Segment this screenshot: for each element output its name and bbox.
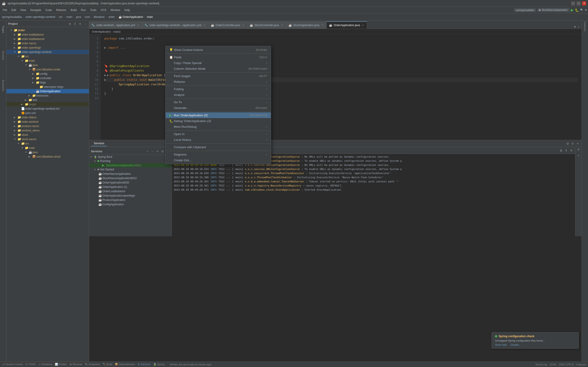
ctx-diagrams[interactable]: Diagrams › — [166, 152, 271, 157]
spaces-indicator[interactable]: 4 spaces — [576, 363, 586, 366]
tab-stockcontroller[interactable]: ☕ StockController.java ✕ — [247, 21, 286, 29]
minimize-button[interactable]: ─ — [571, 1, 575, 6]
tree-item-sentinel-demo[interactable]: ▶ 📁 sentinel_demo — [6, 128, 89, 133]
ctx-show-context[interactable]: 💡 Show Context Actions Alt+Enter — [166, 47, 271, 53]
toolbar-debug-btn[interactable]: 🐛 — [575, 8, 579, 12]
nav-item-main[interactable]: main — [66, 15, 72, 19]
ctx-debug[interactable]: 🐛 Debug 'OrderApplication (3)' — [166, 118, 271, 124]
tool-project-icon[interactable]: Project — [0, 22, 6, 38]
tree-item-test[interactable]: ▶ 📁 test — [6, 98, 89, 102]
svc-running-item[interactable]: ▼ Running — [89, 159, 172, 163]
profiler-btn[interactable]: 📊 Profiler — [55, 363, 67, 366]
tree-item-ribbon[interactable]: ▶ 📁 order-ribbon — [6, 115, 89, 119]
menu-code[interactable]: Code — [43, 8, 54, 12]
tree-item-java[interactable]: ▼ ☕ java — [6, 63, 89, 67]
ctx-create-gist[interactable]: Create Gist... — [166, 157, 271, 163]
spring-btn[interactable]: 🍃 Spring — [153, 363, 164, 366]
services-status-btn[interactable]: ⚙ Services — [138, 363, 150, 366]
menu-edit[interactable]: Edit — [9, 8, 18, 12]
project-toolbar-minimize[interactable]: ─ — [83, 22, 87, 26]
tree-item-resources[interactable]: ▶ 📁 resources — [6, 93, 89, 98]
tree-item-order-application[interactable]: ☕ OrderApplication — [6, 89, 89, 93]
svc-product[interactable]: ☕ ProductApplication — [89, 198, 172, 202]
close-button[interactable]: ✕ — [582, 1, 586, 6]
project-toolbar-btn1[interactable]: ⊞ — [68, 22, 72, 26]
nav-item-module[interactable]: order-openfeign-sentinel — [26, 15, 55, 19]
toolbar-settings-btn[interactable]: ⚙ — [585, 8, 587, 11]
ctx-find-usages[interactable]: Find Usages Alt+F7 — [166, 73, 271, 79]
console-scroll-btn[interactable]: ⬇ — [564, 148, 568, 152]
menu-run[interactable]: Run — [79, 8, 88, 12]
tab-close-btn2[interactable]: ✕ — [203, 24, 206, 27]
svc-orderapp1[interactable]: ☕ OrderApplication (1) — [89, 185, 172, 189]
tab-close-btn3[interactable]: ✕ — [242, 24, 245, 27]
tree-item-stock-java[interactable]: ▼ ☕ java — [6, 150, 89, 154]
tab-close-btn[interactable]: ✕ — [137, 24, 140, 27]
tab-close-btn5[interactable]: ✕ — [321, 24, 324, 27]
tab-orderapp[interactable]: ☕ OrderApplication.java ✕ — [327, 21, 367, 29]
menu-view[interactable]: View — [18, 8, 28, 12]
nav-item-order[interactable]: order — [108, 15, 115, 19]
dependencies-btn[interactable]: 📦 Dependencies — [115, 363, 135, 366]
tree-item-target[interactable]: ▶ 📁 target — [6, 102, 89, 106]
terminal-btn[interactable]: ⊞ Terminal — [69, 363, 82, 366]
console-settings-btn[interactable]: ⚙ — [569, 148, 573, 152]
svc-orderopenfeign[interactable]: ☕ OrderApplicationopenfeign — [89, 193, 172, 198]
maximize-button[interactable]: □ — [577, 1, 581, 6]
tab-stockapp[interactable]: ☕ StockApplication.java ✕ — [286, 21, 327, 29]
tree-item-stock-pkg[interactable]: ▶ 📦 com.itbluebox.stock — [6, 154, 89, 159]
ctx-generate[interactable]: Generate... Alt+Insert — [166, 105, 271, 111]
ctx-column-selection[interactable]: Column Selection Mode Alt+Shift+Insert — [166, 66, 271, 72]
bc-orderapp[interactable]: OrderApplication — [92, 30, 111, 33]
nav-item-springcloudaliba[interactable]: springcloudaliba — [2, 15, 22, 19]
menu-help[interactable]: Help — [122, 8, 132, 12]
ctx-analyze[interactable]: Analyze › — [166, 92, 271, 98]
tool-structure-icon[interactable]: Structure — [0, 47, 6, 63]
tree-item-feign[interactable]: ▶ 📁 feign — [6, 80, 89, 85]
menu-refactor[interactable]: Refactor — [54, 8, 68, 12]
svc-stocknacos-item[interactable]: ▶ StockNacosApplication :8021/ — [89, 163, 172, 167]
menu-file[interactable]: File — [1, 8, 9, 12]
tree-item-src[interactable]: ▼ 📁 src — [6, 54, 89, 58]
svc-add-btn[interactable]: + — [145, 149, 149, 153]
menu-tools[interactable]: Tools — [88, 8, 98, 12]
tree-item-loadbalance[interactable]: ▶ 📁 order-loadbalance — [6, 32, 89, 37]
run-config-selector[interactable]: ▶ StockNacosApplication — [537, 8, 569, 12]
ctx-folding[interactable]: Folding › — [166, 86, 271, 92]
tree-item-product[interactable]: ▶ 📁 product-nacos — [6, 124, 89, 128]
ctx-copy-paste-special[interactable]: Copy / Paste Special › — [166, 60, 271, 66]
project-toolbar-btn2[interactable]: ☰ — [73, 22, 77, 26]
tab-overflow-btn[interactable]: ▼ — [573, 25, 577, 29]
ctx-compare-clipboard[interactable]: Compare with Clipboard — [166, 144, 271, 150]
nav-item-java[interactable]: java — [76, 15, 81, 19]
svc-stocknacos8022[interactable]: ☕ StockNacosApplication8022 — [89, 176, 172, 180]
svc-remove-btn[interactable]: − — [150, 149, 155, 153]
ctx-more-run[interactable]: More Run/Debug › — [166, 124, 271, 130]
ctx-open-in[interactable]: Open In › — [166, 131, 271, 137]
line-col-indicator[interactable]: 10:45 — [550, 363, 556, 366]
menu-vcs[interactable]: VCS — [99, 8, 108, 12]
vcs-btn[interactable]: ⎇ Version Control — [2, 363, 23, 366]
tree-item-loadbalancer[interactable]: ▶ 📁 order-loadbalancer — [6, 37, 89, 41]
console-clear-btn[interactable]: 🗑 — [559, 148, 563, 152]
tree-item-sentinel2[interactable]: ▶ 📁 order-sentinel — [6, 119, 89, 124]
svc-orderapp8030[interactable]: ☕ OrderApplication8030 — [89, 180, 172, 185]
tab-ordercontroller[interactable]: ☕ OrderController.java ✕ — [208, 21, 247, 29]
svc-refresh-btn[interactable]: ↻ — [156, 149, 160, 153]
svc-notstarted-item[interactable]: ▼ Not Started — [89, 167, 172, 172]
menu-window[interactable]: Window — [109, 8, 122, 12]
svc-group-btn[interactable]: ⊞ — [161, 149, 165, 153]
ctx-local-history[interactable]: Local History › — [166, 137, 271, 143]
svc-springboot-item[interactable]: ▼ 🍃 Spring Boot — [89, 155, 172, 159]
ctx-paste[interactable]: 📋 Paste Ctrl+V — [166, 54, 271, 60]
bottom-tab-services[interactable]: Services — [91, 141, 107, 146]
todo-btn[interactable]: ☑ TODO — [26, 363, 36, 366]
nav-item-itbluebox[interactable]: itbluebox — [94, 15, 105, 19]
show-help-link[interactable]: Show help — [495, 343, 507, 346]
disable-link[interactable]: Disable... — [510, 343, 521, 346]
build-btn[interactable]: 🔨 Build — [103, 363, 112, 366]
toolbar-search-btn[interactable]: 🔍 — [580, 8, 583, 11]
encoding-indicator[interactable]: CRLF UTF-8 — [559, 363, 573, 366]
tree-item-main[interactable]: ▼ 📁 main — [6, 58, 89, 63]
tree-item-stock-src[interactable]: ▼ 📁 src — [6, 141, 89, 146]
